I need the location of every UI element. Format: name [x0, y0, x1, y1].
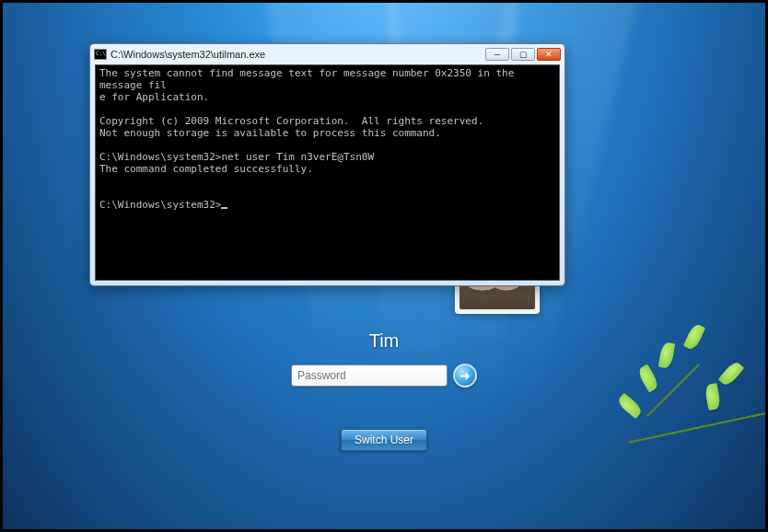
- login-screen: Tim ➜ Switch User C:\Windows\system32\ut…: [3, 3, 765, 529]
- close-icon: ✕: [545, 50, 553, 59]
- terminal-line: e for Application.: [99, 91, 209, 103]
- leaf-decoration: [616, 393, 644, 420]
- arrow-right-icon: ➜: [460, 368, 471, 383]
- username-label: Tim: [3, 330, 765, 352]
- cursor-icon: [221, 207, 227, 209]
- window-title: C:\Windows\system32\utilman.exe: [111, 49, 265, 60]
- submit-login-button[interactable]: ➜: [453, 364, 477, 387]
- maximize-button[interactable]: ▢: [511, 48, 535, 61]
- minimize-button[interactable]: ─: [485, 48, 509, 61]
- maximize-icon: ▢: [519, 50, 528, 59]
- command-prompt-window[interactable]: C:\Windows\system32\utilman.exe ─ ▢ ✕ Th…: [89, 43, 565, 286]
- terminal-output[interactable]: The system cannot find message text for …: [95, 64, 560, 281]
- branch-decoration: [629, 411, 765, 443]
- password-row: ➜: [3, 364, 765, 387]
- minimize-icon: ─: [495, 50, 500, 59]
- cmd-icon: [94, 49, 107, 60]
- terminal-line: The command completed successfully.: [99, 163, 313, 175]
- switch-user-button[interactable]: Switch User: [341, 429, 427, 451]
- terminal-prompt: C:\Windows\system32>: [99, 199, 221, 211]
- terminal-line: Not enough storage is available to proce…: [99, 127, 441, 139]
- terminal-line: C:\Windows\system32>net user Tim n3verE@…: [99, 151, 374, 163]
- window-titlebar[interactable]: C:\Windows\system32\utilman.exe ─ ▢ ✕: [90, 44, 564, 64]
- close-button[interactable]: ✕: [537, 48, 561, 61]
- terminal-line: The system cannot find message text for …: [99, 67, 520, 91]
- terminal-line: Copyright (c) 2009 Microsoft Corporation…: [99, 115, 483, 127]
- password-input[interactable]: [291, 364, 448, 387]
